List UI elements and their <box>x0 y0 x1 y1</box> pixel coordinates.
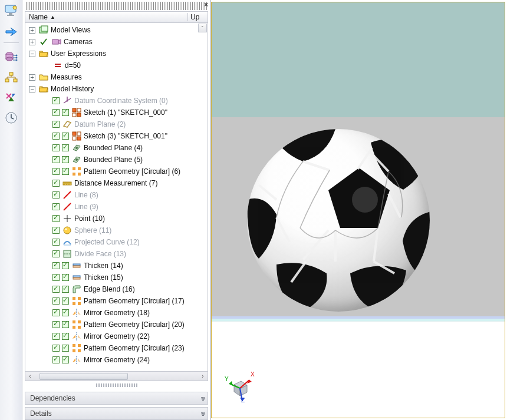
checkbox[interactable] <box>52 286 60 293</box>
tree-node-history-item[interactable]: ·Pattern Geometry [Circular] (20) <box>28 319 208 330</box>
tree-node-history-item[interactable]: ·Line (9) <box>28 201 208 213</box>
tree-node-history-item[interactable]: ·Mirror Geometry (24) <box>28 354 208 366</box>
svg-point-9 <box>15 59 17 61</box>
tree-node-user-expressions[interactable]: − User Expressions <box>28 48 208 59</box>
tree-node-cameras[interactable]: + Cameras <box>28 36 208 48</box>
tree-node-history-item[interactable]: ·Line (8) <box>28 189 208 201</box>
toolbar-btn-monitor[interactable] <box>2 2 20 19</box>
scrollbar-thumb[interactable] <box>39 373 128 380</box>
checkbox[interactable] <box>52 97 60 104</box>
collapse-icon[interactable]: − <box>29 86 35 92</box>
checkbox[interactable] <box>62 168 69 175</box>
tree-label: Datum Plane (2) <box>74 120 126 128</box>
scroll-right-icon[interactable]: › <box>198 373 208 379</box>
tree-node-history-item[interactable]: ·Edge Blend (16) <box>28 283 208 295</box>
toolbar-btn-part-navigator[interactable] <box>2 49 20 66</box>
tree-label: User Expressions <box>51 49 106 58</box>
checkbox[interactable] <box>62 297 69 305</box>
checkbox[interactable] <box>52 333 60 340</box>
tree-node-history-item[interactable]: ·Pattern Geometry [Circular] (23) <box>28 342 208 354</box>
tree-node-history-item[interactable]: ·Sketch (3) "SKETCH_001" <box>28 130 208 142</box>
svg-rect-29 <box>78 167 81 170</box>
expand-icon[interactable]: + <box>29 74 35 81</box>
panel-resize-grip[interactable] <box>25 383 208 389</box>
checkbox[interactable] <box>62 109 69 116</box>
model-soccer-ball[interactable] <box>247 129 430 312</box>
tree-node-history-item[interactable]: ·Mirror Geometry (18) <box>28 307 208 319</box>
checkbox[interactable] <box>62 333 69 340</box>
checkbox[interactable] <box>52 168 60 175</box>
checkbox[interactable] <box>52 321 60 328</box>
checkbox[interactable] <box>62 274 69 281</box>
tree-node-measures[interactable]: + Measures <box>28 71 208 83</box>
tree-node-history-item[interactable]: ·Distance Measurement (7) <box>28 177 208 189</box>
checkbox[interactable] <box>52 227 60 234</box>
checkbox[interactable] <box>52 144 60 151</box>
checkbox[interactable] <box>52 133 60 140</box>
checkbox[interactable] <box>52 309 60 316</box>
tree-node-history-item[interactable]: ·Pattern Geometry [Circular] (6) <box>28 166 208 177</box>
section-dependencies[interactable]: Dependencies vv <box>25 392 208 405</box>
chevron-down-icon: vv <box>201 410 203 417</box>
tree-node-history-item[interactable]: ·Mirror Geometry (22) <box>28 330 208 342</box>
expand-icon[interactable]: + <box>29 27 35 34</box>
checkbox[interactable] <box>52 109 60 116</box>
tree-column-header[interactable]: Name ▲ Up <box>25 11 208 23</box>
collapse-icon[interactable]: − <box>29 51 35 57</box>
tree-node-history-item[interactable]: ·Bounded Plane (4) <box>28 142 208 154</box>
tree-node-expression[interactable]: · d=50 <box>28 59 208 71</box>
tree-node-history-item[interactable]: ·Datum Coordinate System (0) <box>28 95 208 107</box>
checkbox[interactable] <box>62 345 69 352</box>
checkbox[interactable] <box>52 203 60 210</box>
close-icon[interactable]: × <box>204 1 208 9</box>
checkbox[interactable] <box>52 191 60 199</box>
toolbar-btn-forward[interactable] <box>2 22 20 39</box>
expand-icon[interactable]: + <box>29 39 35 45</box>
checkbox[interactable] <box>52 297 60 305</box>
checkbox[interactable] <box>62 144 69 151</box>
tree-node-history-item[interactable]: ·Datum Plane (2) <box>28 118 208 130</box>
checkbox[interactable] <box>52 250 60 257</box>
toolbar-btn-constraint[interactable] <box>2 90 20 106</box>
checkbox[interactable] <box>52 262 60 269</box>
scrollbar-track[interactable] <box>35 372 198 381</box>
tree-node-history-item[interactable]: ·Divide Face (13) <box>28 248 208 260</box>
checkbox[interactable] <box>52 180 60 187</box>
tree-node-model-views[interactable]: + Model Views <box>28 24 208 36</box>
section-details[interactable]: Details vv <box>25 407 208 420</box>
checkbox[interactable] <box>62 321 69 328</box>
checkbox[interactable] <box>52 345 60 352</box>
tree-label: Pattern Geometry [Circular] (6) <box>84 167 180 176</box>
proj-icon <box>62 237 72 247</box>
graphics-viewport[interactable]: X Y Z <box>211 2 505 418</box>
horizontal-scrollbar[interactable]: ‹ › <box>25 371 208 381</box>
checkbox[interactable] <box>52 215 60 222</box>
checkbox[interactable] <box>52 239 60 246</box>
checkbox[interactable] <box>52 121 60 128</box>
checkbox[interactable] <box>52 274 60 281</box>
tree-node-history-item[interactable]: ·Thicken (15) <box>28 272 208 283</box>
toolbar-btn-history[interactable] <box>2 110 20 126</box>
view-triad[interactable]: X Y Z <box>223 368 259 404</box>
tree-node-history-item[interactable]: ·Pattern Geometry [Circular] (17) <box>28 295 208 307</box>
tree-node-history-item[interactable]: ·Sphere (11) <box>28 224 208 236</box>
scroll-left-icon[interactable]: ‹ <box>25 373 35 379</box>
checkbox[interactable] <box>52 156 60 163</box>
checkbox[interactable] <box>62 133 69 140</box>
tree-scroll-area[interactable]: + Model Views + Cameras <box>25 23 208 371</box>
checkbox[interactable] <box>62 356 69 363</box>
tree-node-history-item[interactable]: ·Bounded Plane (5) <box>28 154 208 166</box>
tree-node-model-history[interactable]: − Model History <box>28 83 208 95</box>
checkbox[interactable] <box>52 356 60 363</box>
toolbar-btn-assembly-navigator[interactable] <box>2 70 20 86</box>
checkbox[interactable] <box>62 156 69 163</box>
tree-node-history-item[interactable]: ·Sketch (1) "SKETCH_000" <box>28 107 208 118</box>
tree-node-history-item[interactable]: ·Projected Curve (12) <box>28 236 208 248</box>
checkbox[interactable] <box>62 262 69 269</box>
tree-node-history-item[interactable]: ·Thicken (14) <box>28 260 208 272</box>
app-root: × Name ▲ Up ˄ + Model <box>0 0 507 420</box>
checkbox[interactable] <box>62 286 69 293</box>
panel-drag-handle[interactable]: × <box>26 2 207 10</box>
checkbox[interactable] <box>62 309 69 316</box>
tree-node-history-item[interactable]: ·Point (10) <box>28 213 208 224</box>
